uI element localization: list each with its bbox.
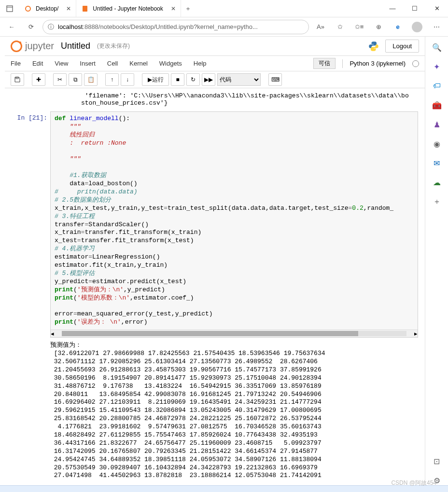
- site-info-icon[interactable]: ⓘ: [48, 23, 54, 31]
- edge-sidebar: 🔍 ✦ 🏷 🧰 ♟ ◉ ✉ ☁ ＋ ⊡ ⚙: [425, 37, 448, 485]
- command-palette-button[interactable]: ⌨: [268, 73, 282, 86]
- browser-tab-1[interactable]: Untitled - Jupyter Notebook ✕: [76, 0, 181, 17]
- menu-kernel[interactable]: Kernel: [129, 60, 148, 67]
- menu-widgets[interactable]: Widgets: [159, 60, 182, 67]
- menu-view[interactable]: View: [55, 60, 68, 67]
- run-button[interactable]: ▶ 运行: [142, 73, 169, 86]
- close-button[interactable]: ✕: [426, 0, 448, 17]
- menubar: File Edit View Insert Cell Kernel Widget…: [5, 55, 425, 71]
- kernel-indicator-icon: [412, 60, 419, 67]
- ie-mode-icon[interactable]: e: [390, 19, 406, 35]
- notebook-area[interactable]: 'filename': 'C:\\Users\\HP\\anaconda3\\l…: [5, 88, 425, 480]
- menu-cell[interactable]: Cell: [107, 60, 118, 67]
- games-icon[interactable]: ♟: [432, 120, 442, 129]
- jupyter-header: jupyter Untitled (更改未保存) Logout: [5, 37, 425, 55]
- interrupt-button[interactable]: ■: [171, 73, 184, 86]
- outlook-icon[interactable]: ✉: [432, 158, 442, 168]
- url-path: :8888/notebooks/Desktop/Untitled.ipynb?k…: [83, 23, 257, 30]
- menu-insert[interactable]: Insert: [80, 60, 96, 67]
- tab-actions-icon[interactable]: [0, 0, 19, 17]
- cell-output: 预测值为： [32.69122071 27.98669988 17.824255…: [12, 338, 418, 480]
- more-button[interactable]: ⋯: [429, 19, 444, 35]
- paste-button[interactable]: 📋: [84, 73, 98, 86]
- svg-rect-2: [16, 77, 18, 79]
- watermark: CSDN @阿故454: [391, 479, 436, 487]
- layout-icon[interactable]: ⊡: [432, 456, 442, 466]
- restart-run-all-button[interactable]: ▶▶: [202, 73, 215, 86]
- jupyter-logo[interactable]: jupyter: [11, 41, 54, 52]
- search-icon[interactable]: 🔍: [432, 42, 442, 52]
- previous-cell-output: 'filename': 'C:\\Users\\HP\\anaconda3\\l…: [12, 91, 418, 111]
- jupyter-logo-text: jupyter: [25, 41, 54, 52]
- horizontal-scrollbar[interactable]: ◂▸: [51, 329, 418, 337]
- add-tool-icon[interactable]: ＋: [432, 197, 442, 206]
- back-button[interactable]: ←: [4, 19, 19, 35]
- autosave-status: (更改未保存): [97, 42, 130, 50]
- onedrive-icon[interactable]: ☁: [432, 178, 442, 187]
- tab-title: Untitled - Jupyter Notebook: [93, 5, 163, 12]
- notebook-title[interactable]: Untitled: [61, 41, 90, 51]
- save-button[interactable]: [11, 73, 24, 86]
- copy-button[interactable]: ⧉: [69, 73, 82, 86]
- move-up-button[interactable]: ↑: [105, 73, 119, 86]
- jupyter-logo-icon: [11, 41, 22, 52]
- svg-rect-0: [7, 6, 13, 12]
- trusted-button[interactable]: 可信: [313, 58, 336, 69]
- code-cell[interactable]: In [21]: def linear_modell(): """ 线性回归 :…: [12, 111, 418, 338]
- address-bar: ← ⟳ ⓘ localhost:8888/notebooks/Desktop/U…: [0, 17, 448, 37]
- menu-help[interactable]: Help: [194, 60, 207, 67]
- code-editor[interactable]: def linear_modell(): """ 线性回归 : return :…: [51, 112, 418, 329]
- browser-tab-0[interactable]: Desktop/ ✕: [19, 0, 76, 17]
- close-icon[interactable]: ✕: [66, 5, 71, 12]
- add-cell-button[interactable]: ✚: [32, 73, 45, 86]
- copilot-icon[interactable]: ✦: [432, 62, 442, 71]
- window-titlebar: Desktop/ ✕ Untitled - Jupyter Notebook ✕…: [0, 0, 448, 17]
- toolbar: ✚ ✂ ⧉ 📋 ↑ ↓ ▶ 运行 ■ ↻ ▶▶ 代码 ⌨: [5, 71, 425, 88]
- logout-button[interactable]: Logout: [385, 40, 419, 53]
- profile-icon[interactable]: [409, 19, 425, 35]
- move-down-button[interactable]: ↓: [121, 73, 134, 86]
- maximize-button[interactable]: ☐: [404, 0, 426, 17]
- favorite-button[interactable]: ✩: [332, 19, 348, 35]
- menu-file[interactable]: File: [11, 60, 21, 67]
- url-host: localhost: [58, 23, 83, 30]
- kernel-name[interactable]: Python 3 (ipykernel): [350, 60, 406, 67]
- cell-prompt: In [21]:: [12, 111, 50, 338]
- url-box[interactable]: ⓘ localhost:8888/notebooks/Desktop/Untit…: [42, 20, 309, 34]
- new-tab-button[interactable]: ＋: [181, 0, 196, 17]
- favorites-bar-button[interactable]: ✩≡: [351, 19, 367, 35]
- microsoft-icon[interactable]: ◉: [432, 139, 442, 149]
- shopping-icon[interactable]: 🏷: [432, 81, 442, 91]
- notebook-favicon: [81, 5, 89, 13]
- close-icon[interactable]: ✕: [171, 5, 176, 12]
- jupyter-favicon: [24, 5, 32, 13]
- cut-button[interactable]: ✂: [53, 73, 67, 86]
- tab-strip: Desktop/ ✕ Untitled - Jupyter Notebook ✕…: [0, 0, 381, 17]
- taskbar-sliver: [0, 485, 448, 492]
- refresh-button[interactable]: ⟳: [23, 19, 39, 35]
- tab-title: Desktop/: [36, 5, 58, 12]
- restart-button[interactable]: ↻: [186, 73, 200, 86]
- python-icon: [368, 41, 379, 52]
- tools-icon[interactable]: 🧰: [432, 100, 442, 110]
- page-content: jupyter Untitled (更改未保存) Logout File Edi…: [0, 37, 425, 485]
- cell-type-select[interactable]: 代码: [217, 73, 261, 86]
- minimize-button[interactable]: ―: [381, 0, 404, 17]
- window-controls: ― ☐ ✕: [381, 0, 448, 17]
- menu-edit[interactable]: Edit: [32, 60, 43, 67]
- reader-mode-button[interactable]: A»: [313, 19, 328, 35]
- collections-button[interactable]: ⊕: [371, 19, 386, 35]
